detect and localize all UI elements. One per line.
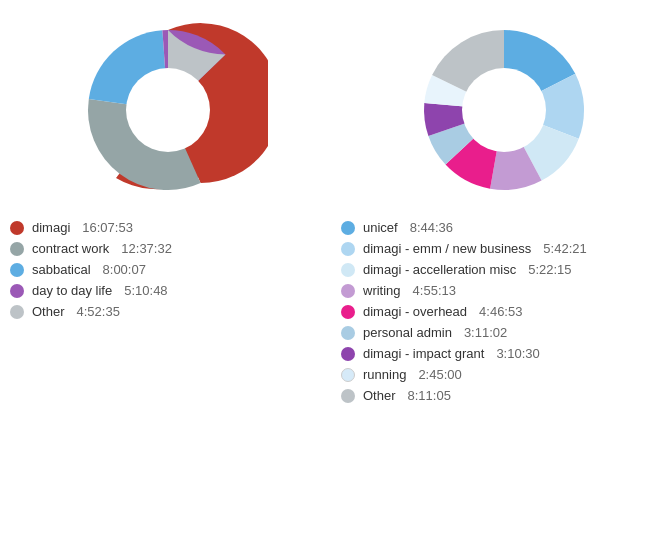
legend-dot-emm — [341, 242, 355, 256]
right-chart-section: unicef 8:44:36 dimagi - emm / new busine… — [336, 0, 672, 403]
legend-label-writing: writing — [363, 283, 401, 298]
right-legend: unicef 8:44:36 dimagi - emm / new busine… — [336, 220, 587, 403]
legend-dot-unicef — [341, 221, 355, 235]
left-chart-section: dimagi 16:07:53 contract work 12:37:32 s… — [0, 0, 336, 319]
legend-dot-contract — [10, 242, 24, 256]
legend-label-running: running — [363, 367, 406, 382]
legend-value-writing: 4:55:13 — [413, 283, 456, 298]
legend-label-personal: personal admin — [363, 325, 452, 340]
legend-item-dimagi: dimagi 16:07:53 — [10, 220, 172, 235]
svg-point-1 — [462, 68, 546, 152]
legend-dot-personal — [341, 326, 355, 340]
right-donut-chart — [404, 10, 604, 210]
legend-item-running: running 2:45:00 — [341, 367, 587, 382]
legend-label-emm: dimagi - emm / new business — [363, 241, 531, 256]
legend-item-writing: writing 4:55:13 — [341, 283, 587, 298]
legend-value-impact: 3:10:30 — [496, 346, 539, 361]
legend-dot-other2 — [341, 389, 355, 403]
legend-value-other2: 8:11:05 — [408, 388, 451, 403]
legend-dot-daytoday — [10, 284, 24, 298]
legend-dot-dimagi — [10, 221, 24, 235]
legend-label-accel: dimagi - accelleration misc — [363, 262, 516, 277]
legend-item-unicef: unicef 8:44:36 — [341, 220, 587, 235]
legend-item-daytoday: day to day life 5:10:48 — [10, 283, 172, 298]
legend-item-other1: Other 4:52:35 — [10, 304, 172, 319]
legend-value-emm: 5:42:21 — [543, 241, 586, 256]
legend-value-running: 2:45:00 — [418, 367, 461, 382]
legend-item-contract: contract work 12:37:32 — [10, 241, 172, 256]
legend-label-impact: dimagi - impact grant — [363, 346, 484, 361]
legend-value-dimagi: 16:07:53 — [82, 220, 133, 235]
legend-item-personal: personal admin 3:11:02 — [341, 325, 587, 340]
legend-label-other1: Other — [32, 304, 65, 319]
legend-value-personal: 3:11:02 — [464, 325, 507, 340]
legend-dot-other1 — [10, 305, 24, 319]
legend-item-emm: dimagi - emm / new business 5:42:21 — [341, 241, 587, 256]
legend-dot-sabbatical — [10, 263, 24, 277]
left-donut-chart — [68, 10, 268, 210]
legend-label-sabbatical: sabbatical — [32, 262, 91, 277]
legend-value-sabbatical: 8:00:07 — [103, 262, 146, 277]
legend-dot-overhead — [341, 305, 355, 319]
legend-label-daytoday: day to day life — [32, 283, 112, 298]
legend-dot-impact — [341, 347, 355, 361]
legend-label-other2: Other — [363, 388, 396, 403]
legend-item-sabbatical: sabbatical 8:00:07 — [10, 262, 172, 277]
legend-value-unicef: 8:44:36 — [410, 220, 453, 235]
legend-value-accel: 5:22:15 — [528, 262, 571, 277]
legend-label-unicef: unicef — [363, 220, 398, 235]
legend-dot-accel — [341, 263, 355, 277]
legend-item-accel: dimagi - accelleration misc 5:22:15 — [341, 262, 587, 277]
legend-item-overhead: dimagi - overhead 4:46:53 — [341, 304, 587, 319]
legend-item-impact: dimagi - impact grant 3:10:30 — [341, 346, 587, 361]
legend-dot-writing — [341, 284, 355, 298]
legend-item-other2: Other 8:11:05 — [341, 388, 587, 403]
legend-value-other1: 4:52:35 — [77, 304, 120, 319]
legend-value-daytoday: 5:10:48 — [124, 283, 167, 298]
legend-label-overhead: dimagi - overhead — [363, 304, 467, 319]
legend-dot-running — [341, 368, 355, 382]
legend-value-contract: 12:37:32 — [121, 241, 172, 256]
svg-point-0 — [126, 68, 210, 152]
legend-label-contract: contract work — [32, 241, 109, 256]
legend-value-overhead: 4:46:53 — [479, 304, 522, 319]
left-legend: dimagi 16:07:53 contract work 12:37:32 s… — [0, 220, 172, 319]
legend-label-dimagi: dimagi — [32, 220, 70, 235]
